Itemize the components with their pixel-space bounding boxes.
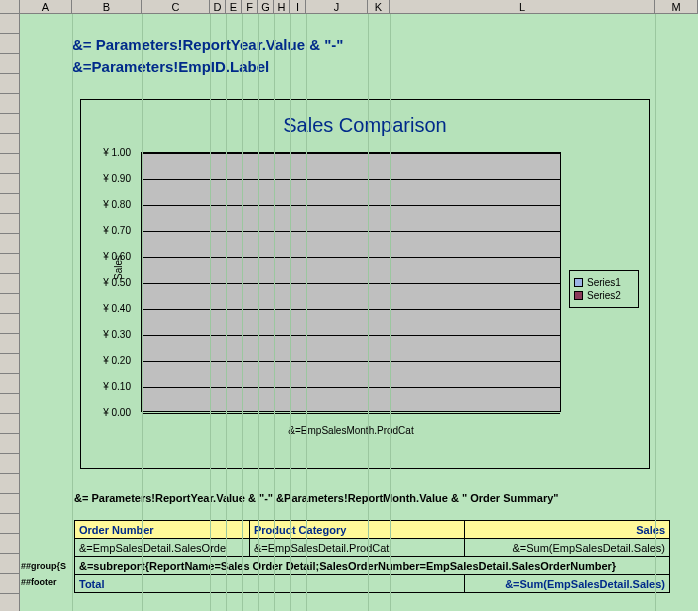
cell-total-sales[interactable]: &=Sum(EmpSalesDetail.Sales) xyxy=(465,575,670,593)
cell-product-category[interactable]: &=EmpSalesDetail.ProdCat xyxy=(250,539,465,557)
legend-label-2: Series2 xyxy=(587,290,621,301)
row-header[interactable] xyxy=(0,394,19,414)
report-title-line-1: &= Parameters!ReportYear.Value & "-" xyxy=(72,36,343,53)
col-header-J[interactable]: J xyxy=(306,0,368,13)
row-header[interactable] xyxy=(0,74,19,94)
row-header[interactable] xyxy=(0,374,19,394)
legend-swatch-2 xyxy=(574,291,583,300)
summary-table[interactable]: Order Number Product Category Sales &=Em… xyxy=(74,520,670,593)
table-data-row: &=EmpSalesDetail.SalesOrde &=EmpSalesDet… xyxy=(75,539,670,557)
row-marker-footer: ##footer xyxy=(21,577,73,587)
legend-swatch-1 xyxy=(574,278,583,287)
row-header[interactable] xyxy=(0,194,19,214)
col-header-M[interactable]: M xyxy=(655,0,698,13)
row-header[interactable] xyxy=(0,454,19,474)
row-header[interactable] xyxy=(0,34,19,54)
legend-label-1: Series1 xyxy=(587,277,621,288)
chart-plot-area: &=EmpSalesMonth.ProdCat ¥ 1.00¥ 0.90¥ 0.… xyxy=(141,152,561,432)
row-header[interactable] xyxy=(0,94,19,114)
row-header[interactable] xyxy=(0,554,19,574)
row-header[interactable] xyxy=(0,434,19,454)
legend-item-series2: Series2 xyxy=(574,290,634,301)
summary-formula: &= Parameters!ReportYear.Value & "-" &Pa… xyxy=(74,492,559,504)
row-header[interactable] xyxy=(0,154,19,174)
col-header-C[interactable]: C xyxy=(142,0,210,13)
row-header[interactable] xyxy=(0,14,19,34)
chart-ytick: ¥ 0.20 xyxy=(91,355,131,366)
legend-item-series1: Series1 xyxy=(574,277,634,288)
col-header-L[interactable]: L xyxy=(390,0,655,13)
hdr-order-number[interactable]: Order Number xyxy=(75,521,250,539)
table-footer-row: ##footer Total &=Sum(EmpSalesDetail.Sale… xyxy=(75,575,670,593)
chart-ytick: ¥ 0.30 xyxy=(91,329,131,340)
col-header-E[interactable]: E xyxy=(226,0,242,13)
row-header[interactable] xyxy=(0,514,19,534)
col-header-B[interactable]: B xyxy=(72,0,142,13)
row-header[interactable] xyxy=(0,54,19,74)
cell-total-label[interactable]: ##footer Total xyxy=(75,575,465,593)
row-header[interactable] xyxy=(0,474,19,494)
col-header-H[interactable]: H xyxy=(274,0,290,13)
chart-ytick: ¥ 0.10 xyxy=(91,381,131,392)
table-header-row: Order Number Product Category Sales xyxy=(75,521,670,539)
chart-ytick: ¥ 0.80 xyxy=(91,199,131,210)
row-headers xyxy=(0,14,20,611)
chart-ytick: ¥ 1.00 xyxy=(91,147,131,158)
chart-ytick: ¥ 0.60 xyxy=(91,251,131,262)
row-header[interactable] xyxy=(0,214,19,234)
col-header-K[interactable]: K xyxy=(368,0,390,13)
row-header[interactable] xyxy=(0,174,19,194)
cell-order-number[interactable]: &=EmpSalesDetail.SalesOrde xyxy=(75,539,250,557)
row-header[interactable] xyxy=(0,114,19,134)
col-header-A[interactable]: A xyxy=(20,0,72,13)
chart-legend: Series1 Series2 xyxy=(569,270,639,308)
report-title-line-2: &=Parameters!EmpID.Label xyxy=(72,58,269,75)
chart-plot-bg xyxy=(141,152,561,412)
row-header[interactable] xyxy=(0,254,19,274)
column-headers: ABCDEFGHIJKLM xyxy=(0,0,698,14)
chart-ytick: ¥ 0.40 xyxy=(91,303,131,314)
hdr-product-category[interactable]: Product Category xyxy=(250,521,465,539)
cell-subreport[interactable]: ##group{S &=subreport{ReportName=Sales O… xyxy=(75,557,670,575)
row-header[interactable] xyxy=(0,494,19,514)
chart-x-axis-label: &=EmpSalesMonth.ProdCat xyxy=(141,425,561,436)
row-header[interactable] xyxy=(0,414,19,434)
col-header-D[interactable]: D xyxy=(210,0,226,13)
row-header[interactable] xyxy=(0,234,19,254)
row-header[interactable] xyxy=(0,294,19,314)
row-header[interactable] xyxy=(0,334,19,354)
worksheet-area[interactable]: &= Parameters!ReportYear.Value & "-" &=P… xyxy=(20,14,698,611)
row-header[interactable] xyxy=(0,134,19,154)
chart-title: Sales Comparison xyxy=(81,114,649,137)
hdr-sales[interactable]: Sales xyxy=(465,521,670,539)
row-header[interactable] xyxy=(0,534,19,554)
col-header-G[interactable]: G xyxy=(258,0,274,13)
chart-ytick: ¥ 0.00 xyxy=(91,407,131,418)
table-subreport-row: ##group{S &=subreport{ReportName=Sales O… xyxy=(75,557,670,575)
row-header[interactable] xyxy=(0,354,19,374)
cell-sales[interactable]: &=Sum(EmpSalesDetail.Sales) xyxy=(465,539,670,557)
col-header-F[interactable]: F xyxy=(242,0,258,13)
row-header[interactable] xyxy=(0,314,19,334)
row-header[interactable] xyxy=(0,574,19,594)
chart-ytick: ¥ 0.50 xyxy=(91,277,131,288)
chart-container[interactable]: Sales Comparison Sales &=EmpSalesMonth.P… xyxy=(80,99,650,469)
row-header[interactable] xyxy=(0,594,19,611)
chart-ytick: ¥ 0.90 xyxy=(91,173,131,184)
row-marker-group: ##group{S xyxy=(21,561,73,571)
row-header[interactable] xyxy=(0,274,19,294)
col-header-I[interactable]: I xyxy=(290,0,306,13)
chart-ytick: ¥ 0.70 xyxy=(91,225,131,236)
